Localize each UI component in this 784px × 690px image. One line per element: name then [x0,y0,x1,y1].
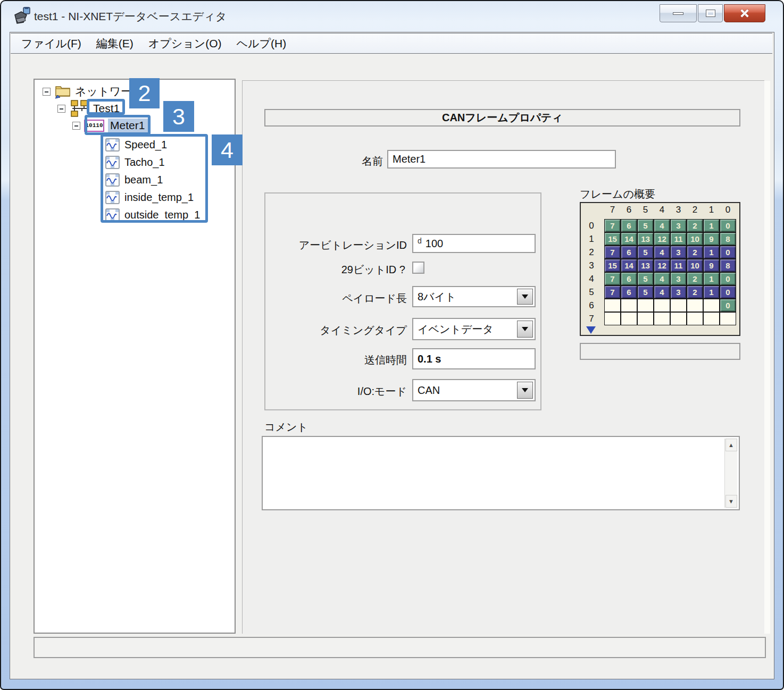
comment-textarea[interactable]: ▲ ▼ [262,436,740,510]
grid-row-header: 7 [581,312,602,325]
frame-overview-info [580,343,740,360]
grid-cell: 11 [670,259,687,272]
grid-cell: 1 [703,219,720,232]
arbitration-id-label: アービトレーションID [277,238,407,253]
grid-cell: 7 [604,219,621,232]
menu-item-edit[interactable]: 編集(E) [96,36,134,51]
menu-item-help[interactable]: ヘルプ(H) [237,36,287,51]
menu-item-options[interactable]: オプション(O) [148,36,222,51]
grid-row-header: 1 [581,232,602,246]
grid-cell [703,312,720,325]
frame-overview-grid: 7654321007654321011514131211109827654321… [580,202,740,336]
payload-length-combobox[interactable]: 8バイト [412,286,536,307]
panel-edge-highlight [764,81,770,634]
io-mode-label: I/O:モード [277,384,407,399]
grid-cell: 15 [604,259,621,272]
grid-cell: 1 [703,246,720,259]
grid-cell: 4 [654,219,670,232]
callout-badge-3: 3 [163,101,194,132]
grid-cell: 4 [654,272,670,285]
comment-label: コメント [264,420,308,434]
grid-cell: 3 [670,272,687,285]
grid-cell [604,299,621,312]
name-input[interactable]: Meter1 [387,150,616,169]
grid-column-header: 4 [654,205,670,218]
grid-row-header: 6 [581,299,602,312]
scrollbar[interactable]: ▲ ▼ [724,439,737,508]
radix-indicator: d [418,237,422,245]
grid-cell [604,312,621,325]
payload-length-label: ペイロード長 [277,291,407,306]
grid-cell [654,299,670,312]
collapse-icon[interactable] [43,88,51,96]
grid-cell [670,299,687,312]
grid-cell: 3 [670,246,687,259]
grid-cell: 6 [621,285,637,299]
grid-cell: 12 [654,259,670,272]
grid-column-header: 6 [621,205,637,218]
grid-cell: 14 [621,259,637,272]
grid-cell: 1 [703,272,720,285]
bit29-checkbox[interactable] [412,262,424,274]
callout-badge-2: 2 [129,78,160,108]
grid-cell: 6 [621,272,637,285]
app-icon [13,6,32,27]
minimize-icon [673,12,683,15]
grid-cell: 6 [621,219,637,232]
grid-cell: 0 [720,246,736,259]
grid-cell: 9 [703,232,720,246]
grid-cell: 7 [604,272,621,285]
close-button[interactable] [724,4,765,22]
grid-row-header: 3 [581,259,602,272]
maximize-button[interactable] [698,4,723,22]
bit29-label: 29ビットID ? [277,263,405,277]
grid-cell: 12 [654,232,670,246]
grid-cell: 5 [637,285,654,299]
grid-column-header: 7 [604,205,621,218]
minimize-button[interactable] [660,4,697,22]
frame-overview-title: フレームの概要 [580,187,655,201]
window-title: test1 - NI-XNETデータベースエディタ [34,9,227,24]
callout-badge-4: 4 [212,134,243,165]
status-bar [34,637,766,658]
arbitration-id-input[interactable]: d 100 [412,234,536,253]
grid-cell: 15 [604,232,621,246]
grid-row-header: 5 [581,285,602,299]
grid-cell: 3 [670,285,687,299]
grid-cell: 0 [720,299,736,312]
timing-type-label: タイミングタイプ [277,323,407,338]
dropdown-arrow-icon[interactable] [517,289,533,305]
timing-type-combobox[interactable]: イベントデータ [412,318,536,340]
grid-cell [670,312,687,325]
collapse-icon[interactable] [57,105,65,113]
dropdown-arrow-icon[interactable] [517,321,533,338]
grid-cell: 14 [621,232,637,246]
grid-column-header: 3 [670,205,687,218]
menu-item-file[interactable]: ファイル(F) [21,36,81,51]
grid-column-header: 1 [703,205,720,218]
scroll-up-icon[interactable]: ▲ [725,439,737,451]
callout-box-cluster [87,99,125,115]
grid-cell [720,312,736,325]
maximize-icon [706,10,715,16]
grid-cell [621,299,637,312]
grid-cell: 4 [654,285,670,299]
collapse-icon[interactable] [72,122,80,130]
grid-column-header: 5 [637,205,654,218]
tree-item-network[interactable]: ネットワーク [43,83,143,100]
io-mode-combobox[interactable]: CAN [412,379,536,401]
grid-cell: 3 [670,219,687,232]
grid-cell [687,312,703,325]
dropdown-arrow-icon[interactable] [517,382,533,399]
grid-cell: 2 [687,246,703,259]
close-icon [739,9,750,18]
callout-box-signals [101,134,208,223]
grid-row-header: 2 [581,246,602,259]
grid-cell: 6 [621,246,637,259]
scroll-down-icon[interactable]: ▼ [725,495,737,508]
grid-cell: 5 [637,219,654,232]
grid-cell [637,312,654,325]
grid-cell: 2 [687,219,703,232]
grid-cell: 10 [687,232,703,246]
transmit-time-input[interactable]: 0.1 s [412,348,536,369]
